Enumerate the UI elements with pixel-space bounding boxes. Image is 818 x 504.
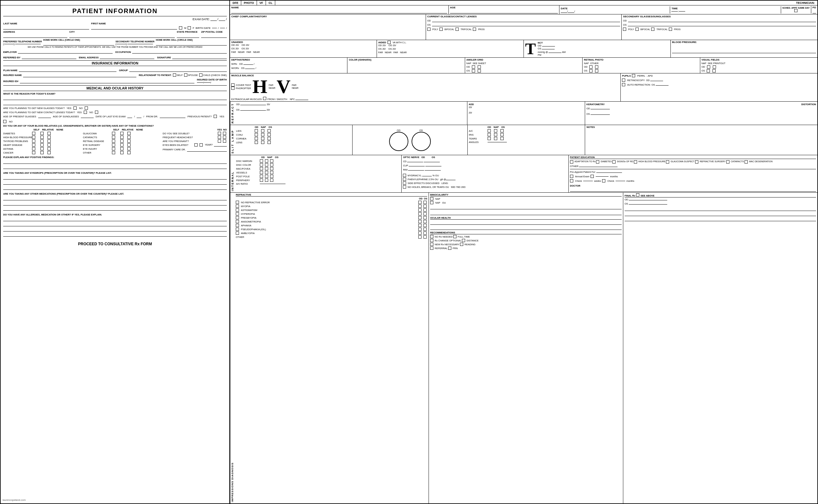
astig-cb[interactable] bbox=[236, 208, 239, 212]
mf-os[interactable] bbox=[270, 167, 273, 170]
pse-os[interactable] bbox=[424, 228, 427, 231]
pp-od[interactable] bbox=[260, 175, 263, 178]
ac-od[interactable] bbox=[488, 129, 491, 132]
referral-cb[interactable] bbox=[430, 247, 434, 250]
amb-od[interactable] bbox=[418, 231, 422, 235]
new-glasses-no-checkbox[interactable] bbox=[85, 106, 88, 110]
hyp-os[interactable] bbox=[424, 212, 427, 215]
thyroid-self[interactable] bbox=[32, 139, 35, 143]
prog-cb2[interactable] bbox=[669, 28, 672, 31]
diabetes-none[interactable] bbox=[47, 132, 51, 135]
nre-od[interactable] bbox=[418, 201, 422, 204]
iris-od[interactable] bbox=[488, 133, 491, 136]
mf-od[interactable] bbox=[260, 167, 263, 170]
head-yes[interactable] bbox=[218, 136, 221, 139]
hbp-none[interactable] bbox=[47, 136, 51, 139]
pre-od[interactable] bbox=[418, 216, 422, 219]
thyroid-rel[interactable] bbox=[40, 139, 44, 143]
cat-self[interactable] bbox=[112, 136, 115, 139]
annual-exam-cb[interactable] bbox=[570, 175, 573, 178]
side-effects-cb[interactable] bbox=[403, 181, 406, 185]
ret-od-nap[interactable] bbox=[589, 65, 593, 69]
poly-cb2[interactable] bbox=[623, 28, 626, 31]
prog-cb1[interactable] bbox=[473, 28, 476, 31]
mydriacyl-cb[interactable] bbox=[403, 174, 406, 177]
lens-od[interactable] bbox=[255, 141, 258, 144]
glaucoma-none[interactable] bbox=[127, 132, 131, 135]
adaptation-cb[interactable] bbox=[570, 160, 573, 164]
conj-nap[interactable] bbox=[261, 133, 264, 136]
heart-rel[interactable] bbox=[40, 143, 44, 147]
vf-od-nap[interactable] bbox=[707, 65, 710, 69]
poly-cb1[interactable] bbox=[427, 28, 431, 31]
pse-od[interactable] bbox=[418, 228, 422, 231]
diabetes-edu-cb[interactable] bbox=[596, 160, 599, 164]
phenylephrine-cb[interactable] bbox=[403, 178, 406, 181]
tears-od[interactable] bbox=[488, 137, 491, 140]
preg-yes[interactable] bbox=[218, 139, 221, 143]
vf-os-see[interactable] bbox=[713, 69, 716, 72]
no-ref-error-cb[interactable] bbox=[236, 201, 239, 204]
iris-os[interactable] bbox=[501, 133, 504, 136]
child-checkbox[interactable] bbox=[199, 73, 202, 77]
oth-ref-os[interactable] bbox=[424, 235, 427, 239]
no-holes-cb[interactable] bbox=[403, 185, 406, 189]
auto-refraction-cb[interactable] bbox=[622, 83, 625, 86]
ei-self[interactable] bbox=[112, 147, 115, 150]
rx-change-cb[interactable] bbox=[430, 239, 434, 242]
ret-os-nap[interactable] bbox=[589, 69, 593, 72]
check-weeks-cb[interactable] bbox=[570, 179, 573, 182]
dc-nap[interactable] bbox=[265, 163, 268, 166]
full-time-cb[interactable] bbox=[453, 235, 457, 238]
amsler-od-see[interactable] bbox=[478, 65, 481, 69]
pseudo-cb[interactable] bbox=[236, 228, 239, 231]
distance-cb[interactable] bbox=[462, 239, 465, 242]
bino-nap-ou-cb[interactable] bbox=[430, 201, 434, 204]
ei-rel[interactable] bbox=[120, 147, 123, 150]
pp-os[interactable] bbox=[270, 175, 273, 178]
es-rel[interactable] bbox=[120, 143, 123, 147]
new-contacts-yes-checkbox[interactable] bbox=[84, 111, 87, 114]
glaucoma-self[interactable] bbox=[112, 132, 115, 135]
per-nap[interactable] bbox=[265, 179, 268, 182]
glaucoma-suspect-cb[interactable] bbox=[666, 160, 669, 164]
new-rx-cb[interactable] bbox=[430, 243, 434, 246]
conj-os[interactable] bbox=[267, 133, 271, 136]
es-none[interactable] bbox=[127, 143, 131, 147]
lids-os[interactable] bbox=[267, 129, 271, 132]
heart-none[interactable] bbox=[47, 143, 51, 147]
preg-no[interactable] bbox=[223, 139, 226, 143]
refractive-surgery-cb[interactable] bbox=[695, 160, 698, 164]
sched-appt-checkbox[interactable] bbox=[794, 9, 797, 12]
aniso-cb[interactable] bbox=[236, 220, 239, 223]
oth-none[interactable] bbox=[127, 151, 131, 154]
ret-od-other[interactable] bbox=[595, 65, 598, 69]
double-yes[interactable] bbox=[218, 132, 221, 135]
prev-yes-checkbox[interactable] bbox=[214, 115, 217, 118]
iris-nap[interactable] bbox=[494, 133, 497, 136]
from-smooth-cb[interactable] bbox=[263, 97, 266, 100]
dc-od[interactable] bbox=[260, 163, 263, 166]
bifocal-cb1[interactable] bbox=[440, 28, 443, 31]
cataracts-edu-cb[interactable] bbox=[726, 160, 729, 164]
es-self[interactable] bbox=[112, 143, 115, 147]
ac-nap[interactable] bbox=[494, 129, 497, 132]
reading-cb[interactable] bbox=[460, 243, 463, 246]
double-no[interactable] bbox=[223, 132, 226, 135]
ret-os-other[interactable] bbox=[595, 69, 598, 72]
astig-os[interactable] bbox=[424, 208, 427, 212]
cat-none[interactable] bbox=[127, 136, 131, 139]
bifocal-cb2[interactable] bbox=[636, 28, 639, 31]
vf-os-nap[interactable] bbox=[707, 69, 710, 72]
ac-os[interactable] bbox=[501, 129, 504, 132]
hyp-od[interactable] bbox=[418, 212, 422, 215]
phoropter-cb[interactable] bbox=[231, 87, 234, 90]
myopia-cb[interactable] bbox=[236, 205, 239, 208]
thyroid-none[interactable] bbox=[47, 139, 51, 143]
no-rx-cb[interactable] bbox=[430, 235, 434, 238]
ani-od[interactable] bbox=[418, 220, 422, 223]
dm-os[interactable] bbox=[270, 159, 273, 163]
lens-os[interactable] bbox=[267, 141, 271, 144]
myo-od[interactable] bbox=[418, 205, 422, 208]
annual-months-cb[interactable] bbox=[591, 175, 594, 178]
